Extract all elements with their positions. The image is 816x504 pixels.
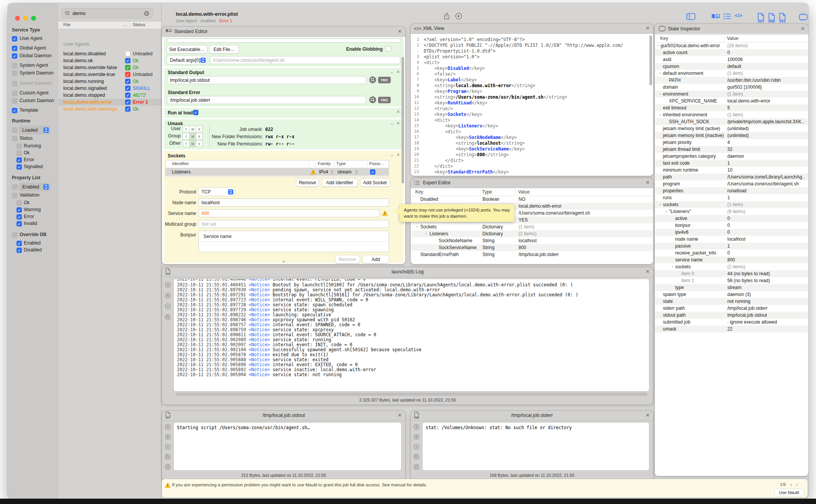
clear-log-icon[interactable]: [165, 303, 171, 309]
reveal-stderr-icon[interactable]: [369, 96, 376, 103]
expert-row-standarderrorpath[interactable]: StandardErrorPathString/tmp/local.job.st…: [411, 251, 653, 258]
inspector-row-passive-29[interactable]: passive1: [655, 243, 808, 250]
inspector-row-default-environment-4[interactable]: ⌄default environment(1 item): [655, 70, 808, 77]
disclosure-icon[interactable]: ⌄: [659, 71, 662, 74]
edit-file-button[interactable]: Edit File…: [210, 45, 238, 53]
vertical-scrollbar[interactable]: [649, 35, 652, 85]
mark-icon[interactable]: [413, 434, 420, 440]
mark-icon[interactable]: [165, 434, 171, 440]
inspector-row-exit-timeout-9[interactable]: exit timeout5: [655, 104, 808, 111]
file-enabled-checkbox[interactable]: ✓: [125, 79, 130, 84]
sidebar-checkbox-enabled-25[interactable]: ✓: [17, 241, 22, 246]
start-job-icon[interactable]: [455, 13, 462, 20]
stdout-trace-badge[interactable]: TRC: [378, 77, 391, 83]
sidebar-checkbox-error-22[interactable]: ✓: [17, 214, 22, 220]
file-row-local-demo-running[interactable]: local.demo.running✓Ok: [58, 78, 161, 85]
expert-editor-header[interactable]: Expert Editor ✕: [411, 178, 653, 188]
umask-user-x[interactable]: x: [196, 126, 203, 132]
file-enabled-checkbox[interactable]: ✓: [125, 106, 130, 112]
disclosure-icon[interactable]: ⌄: [415, 224, 418, 228]
close-icon[interactable]: ✕: [646, 25, 650, 31]
inspector-row-receive-packet-info-30[interactable]: receive_packet_info0: [655, 250, 808, 256]
use-fdautil-button[interactable]: Use fdautil: [775, 489, 804, 496]
file-enabled-checkbox[interactable]: ✓: [125, 86, 130, 91]
sidebar-checkbox-signalled-16[interactable]: ✓: [17, 164, 22, 170]
node-name-input[interactable]: localhost: [198, 198, 389, 207]
sidebar-checkbox-system-agent-4[interactable]: [12, 63, 17, 68]
sidebar-dropdown-enabled[interactable]: Enabled: [19, 183, 50, 191]
close-icon[interactable]: ✕: [396, 121, 400, 126]
column-status[interactable]: Status: [133, 22, 145, 27]
protocol-dropdown[interactable]: TCP: [198, 188, 235, 196]
search-log-icon[interactable]: [413, 454, 420, 460]
inspector-row-listeners-24[interactable]: ⌄"Listeners"(9 items): [655, 208, 808, 215]
stdout-file-icon[interactable]: OUT: [757, 13, 765, 23]
run-at-load-checkbox[interactable]: ✓: [193, 110, 198, 115]
bonjour-table[interactable]: Service name: [198, 231, 389, 252]
close-icon[interactable]: ✕: [646, 180, 650, 185]
sidebar-checkbox-override-db-24[interactable]: [12, 232, 17, 238]
sidebar-checkbox-invalid-23[interactable]: ✓: [17, 221, 22, 226]
inspector-row-active-25[interactable]: active0: [655, 215, 808, 222]
sidebar-checkbox-loaded-11[interactable]: [12, 127, 17, 133]
search-field[interactable]: demo: [61, 8, 153, 18]
stderr-header[interactable]: ERR /tmp/local.job.stderr ✕: [411, 411, 653, 421]
inspector-row-spawn-type-36[interactable]: spawn typedaemon (3): [655, 291, 808, 298]
umask-other-r[interactable]: r: [183, 140, 190, 147]
col-passive[interactable]: Passi…: [369, 161, 385, 166]
inspector-row-asid-2[interactable]: asid100006: [655, 56, 808, 63]
reveal-stdout-icon[interactable]: [369, 76, 376, 83]
clear-log-icon[interactable]: [165, 444, 171, 450]
close-icon[interactable]: ✕: [396, 109, 400, 114]
inspector-row-xpc-service-name-8[interactable]: XPC_SERVICE_NAMElocal.demo.with-error: [655, 97, 808, 104]
column-type[interactable]: Type: [482, 189, 492, 195]
close-icon[interactable]: ✕: [646, 412, 650, 418]
sidebar-checkbox-status-12[interactable]: [12, 136, 17, 141]
expert-row-sockets[interactable]: ⌄SocketsDictionary(1 item): [411, 223, 653, 230]
inspector-row-jetsamproperties-category-16[interactable]: jetsamproperties categorydaemon: [655, 153, 808, 160]
inspector-row-jetsam-memory-limit-active-12[interactable]: jetsam memory limit (active)(unlimited): [655, 125, 808, 132]
sidebar-checkbox-disabled-26[interactable]: ✓: [17, 248, 22, 253]
set-executable-button[interactable]: Set Executable…: [167, 45, 207, 53]
column-file[interactable]: File: [63, 22, 71, 27]
inspector-row-node-name-28[interactable]: node namelocalhost: [655, 236, 808, 243]
horizontal-scrollbar[interactable]: [176, 393, 647, 396]
close-icon[interactable]: ✕: [396, 69, 400, 74]
share-icon[interactable]: [443, 13, 450, 20]
column-key[interactable]: Key: [660, 36, 668, 41]
log-content[interactable]: 2022-10-11 21:55:01.460448 <Notice> inte…: [173, 279, 649, 392]
inspector-row-path-5[interactable]: PATH/usr/bin:/bin:/usr/sbin:/sbin: [655, 77, 808, 84]
search-log-icon[interactable]: [165, 314, 171, 320]
expert-editor-icon[interactable]: [723, 13, 731, 20]
inspector-row-item-1-34[interactable]: Item 156 (no bytes to read): [655, 277, 808, 284]
socket-type-dropdown[interactable]: stream: [337, 169, 352, 175]
sidebar-checkbox-global-agent-2[interactable]: ✓: [12, 46, 17, 51]
close-window-button[interactable]: [15, 16, 20, 21]
file-row-local-demo-ok[interactable]: local.demo.ok✓Ok: [58, 57, 161, 64]
col-type[interactable]: Type: [336, 161, 346, 166]
close-icon[interactable]: ✕: [646, 269, 650, 274]
minimize-window-button[interactable]: [23, 16, 28, 21]
state-inspector-header[interactable]: State Inspector ✕: [655, 24, 808, 35]
add-socket-button[interactable]: Add Socket: [360, 178, 390, 187]
file-row-local-demo-override-false[interactable]: local.demo.override-false✓Ok: [58, 64, 161, 71]
file-row-local-demo-override-true[interactable]: local.demo.override-true✓Unloaded: [58, 71, 161, 78]
inspector-row-program-20[interactable]: program/Users/soma-zone/usr/bin/agent.sh: [655, 180, 808, 187]
umask-other-x[interactable]: x: [196, 140, 203, 147]
sidebar-checkbox-ok-14[interactable]: [17, 150, 22, 156]
sidebar-checkbox-enabled-18[interactable]: [12, 184, 17, 190]
disclosure-icon[interactable]: ⌄: [425, 231, 428, 235]
inspector-row-state-37[interactable]: statenot running: [655, 298, 808, 305]
enable-globbing-checkbox[interactable]: [386, 46, 391, 51]
inspector-row-sockets-23[interactable]: ⌄sockets(1 item): [655, 201, 808, 208]
stdout-content[interactable]: Starting script /Users/soma-zone/usr/bin…: [173, 422, 401, 471]
umask-user-r[interactable]: r: [183, 126, 190, 132]
pause-icon[interactable]: [413, 424, 420, 430]
inspector-row-service-name-31[interactable]: service name800: [655, 256, 808, 263]
delete-log-icon[interactable]: [165, 464, 171, 470]
argv0-input[interactable]: /Users/soma-zone/usr/bin/agent.sh: [210, 56, 400, 64]
inspector-row-bonjour-26[interactable]: bonjour0: [655, 222, 808, 229]
resize-handle[interactable]: +: [162, 259, 405, 264]
stdout-header[interactable]: OUT /tmp/local.job.stdout ✕: [162, 411, 405, 421]
syslog-file-icon[interactable]: SYS: [778, 13, 787, 23]
